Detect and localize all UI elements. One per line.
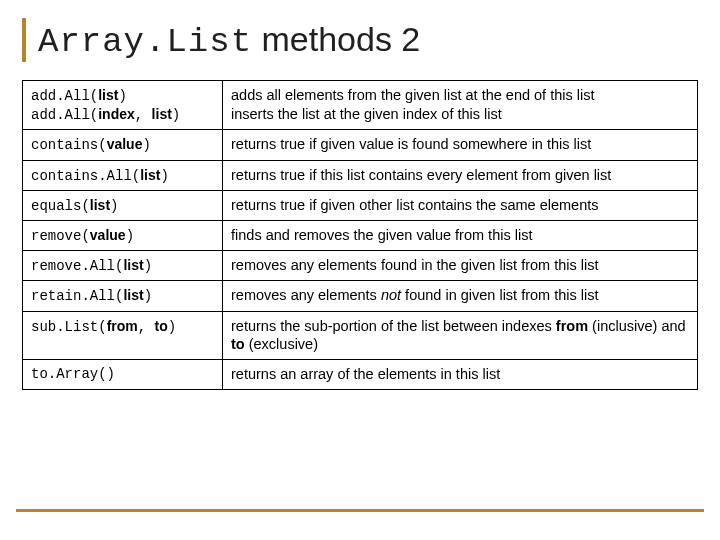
method-description: returns the sub-portion of the list betw…: [223, 311, 698, 360]
table-row: retain.All(list)removes any elements not…: [23, 281, 698, 311]
method-signature: contains.All(list): [23, 160, 223, 190]
method-description: removes any elements found in the given …: [223, 251, 698, 281]
footer-accent-line: [16, 509, 704, 512]
slide-title: Array.List methods 2: [38, 20, 420, 61]
methods-table: add.All(list)add.All(index, list)adds al…: [22, 80, 698, 390]
method-description: returns true if given value is found som…: [223, 130, 698, 160]
methods-tbody: add.All(list)add.All(index, list)adds al…: [23, 81, 698, 390]
table-row: add.All(list)add.All(index, list)adds al…: [23, 81, 698, 130]
method-signature: contains(value): [23, 130, 223, 160]
title-block: Array.List methods 2: [22, 18, 698, 62]
method-signature: equals(list): [23, 190, 223, 220]
table-row: sub.List(from, to)returns the sub-portio…: [23, 311, 698, 360]
table-row: contains(value)returns true if given val…: [23, 130, 698, 160]
method-description: returns an array of the elements in this…: [223, 360, 698, 390]
method-signature: add.All(list)add.All(index, list): [23, 81, 223, 130]
method-description: adds all elements from the given list at…: [223, 81, 698, 130]
title-accent-bar: [22, 18, 26, 62]
method-signature: sub.List(from, to): [23, 311, 223, 360]
title-code: Array.List: [38, 23, 252, 61]
method-description: returns true if this list contains every…: [223, 160, 698, 190]
method-description: returns true if given other list contain…: [223, 190, 698, 220]
table-row: remove(value)finds and removes the given…: [23, 220, 698, 250]
method-signature: remove.All(list): [23, 251, 223, 281]
table-row: contains.All(list)returns true if this l…: [23, 160, 698, 190]
method-signature: remove(value): [23, 220, 223, 250]
method-description: removes any elements not found in given …: [223, 281, 698, 311]
table-row: equals(list)returns true if given other …: [23, 190, 698, 220]
table-row: remove.All(list)removes any elements fou…: [23, 251, 698, 281]
method-description: finds and removes the given value from t…: [223, 220, 698, 250]
title-rest: methods 2: [252, 20, 420, 58]
method-signature: to.Array(): [23, 360, 223, 390]
table-row: to.Array()returns an array of the elemen…: [23, 360, 698, 390]
method-signature: retain.All(list): [23, 281, 223, 311]
